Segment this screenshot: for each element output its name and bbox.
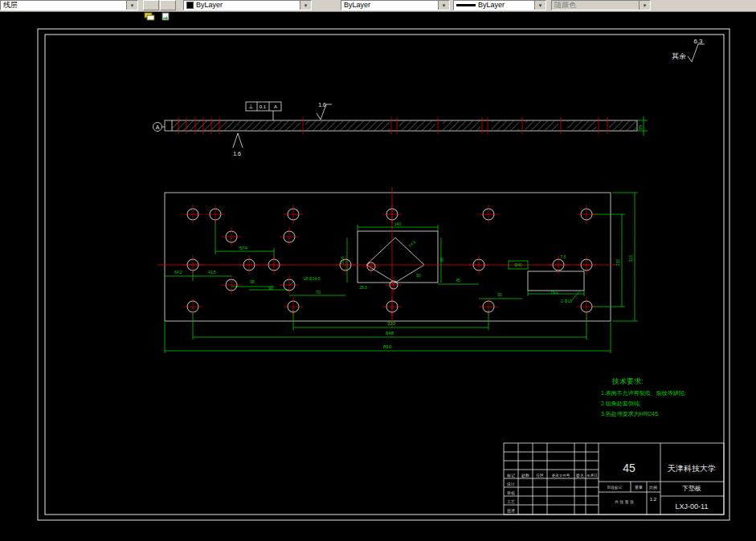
techreq-line-1: 1.表面不允许有裂痕、裂纹等缺陷; — [601, 390, 686, 397]
layers-icon — [144, 12, 155, 21]
dim-98: 98 — [250, 279, 255, 284]
dim-230: 230 — [615, 259, 620, 266]
object-properties-toolbar: 线层 ▼ ByLayer ▼ ByLayer ▼ ByLayer — [0, 0, 756, 12]
dim-860: 860 — [383, 344, 392, 349]
chevron-down-icon: ▼ — [639, 1, 650, 10]
cad-application-window: 线层 ▼ ByLayer ▼ ByLayer ▼ ByLayer — [0, 0, 756, 541]
layer-sheet-icon — [161, 12, 170, 21]
dim-boxed: Φ40 — [514, 262, 522, 267]
chevron-down-icon[interactable]: ▼ — [300, 1, 311, 10]
dim-15: 15 — [638, 124, 643, 130]
dim-310: 310 — [628, 255, 633, 262]
titleblock-label-shenhe: 审核 — [507, 490, 515, 495]
titleblock-label-fenqu: 分区 — [536, 473, 544, 478]
plotstyle-combo-value: 随颜色 — [552, 1, 639, 10]
linetype-combo-value: ByLayer — [341, 1, 438, 10]
titleblock-drawing-no: LXJ-00-11 — [676, 502, 709, 510]
titleblock-label-pizhun: 批准 — [507, 508, 515, 514]
dim-574: 574 — [239, 246, 248, 250]
titleblock-label-change-file: 更改文件号 — [552, 473, 570, 478]
chevron-down-icon[interactable]: ▼ — [534, 1, 546, 10]
dim-70: 70 — [316, 290, 321, 295]
dim-90: 90 — [497, 292, 502, 297]
surface-roughness-value: 6.3 — [693, 38, 703, 45]
dim-79-1: 79.1 — [550, 290, 558, 295]
titleblock-label-sheji: 设计 — [506, 482, 515, 486]
titleblock-label-qianming: 签名 — [576, 473, 584, 478]
titleblock-label-stage: 阶段标记 — [607, 485, 623, 490]
surface-note-label: 其余 — [672, 52, 686, 60]
gdt-tolerance: 0.1 — [259, 104, 267, 109]
layer-previous-button[interactable] — [160, 0, 176, 10]
dim-2xphi16: 2-Φ16 — [561, 299, 572, 303]
titleblock-school: 天津科技大学 — [668, 464, 716, 473]
layer-combo-value: 线层 — [1, 1, 126, 10]
roughness-bottom: 1.6 — [233, 151, 241, 157]
techreq-line-2: 2.锐角处要倒钝; — [601, 401, 641, 407]
dim-50: 50 — [416, 273, 421, 278]
gdt-symbol: ⊥ — [248, 104, 253, 109]
titleblock-label-gongyi: 工艺 — [507, 499, 515, 504]
chevron-down-icon[interactable]: ▼ — [438, 1, 449, 10]
titleblock-scale-value: 1:2 — [650, 497, 657, 502]
dim-51-6: 51.6 — [340, 256, 345, 264]
linetype-combo[interactable]: ByLayer ▼ — [341, 0, 450, 10]
titleblock-label-biaoji: 标记 — [506, 473, 515, 478]
dim-41-5: 41.5 — [208, 270, 216, 275]
make-object-layer-current-button[interactable] — [143, 0, 159, 10]
color-swatch-icon — [186, 2, 194, 9]
model-space-background — [0, 11, 756, 541]
color-combo[interactable]: ByLayer ▼ — [183, 0, 312, 10]
gdt-datum: A — [274, 104, 277, 109]
roughness-top: 1.6 — [318, 102, 326, 108]
dim-64-2: 64.2 — [174, 270, 182, 275]
dim-91: 91 — [268, 286, 273, 291]
dim-25-3: 25.3 — [359, 285, 367, 290]
dim-7-6: 7.6 — [561, 254, 566, 259]
lineweight-combo-value: ByLayer — [476, 1, 534, 10]
chevron-down-icon[interactable]: ▼ — [126, 1, 137, 10]
dim-320: 320 — [387, 321, 396, 326]
dim-36: 36 — [439, 258, 444, 262]
plotstyle-combo: 随颜色 ▼ — [551, 0, 651, 10]
titleblock-label-weight: 重量 — [635, 485, 643, 490]
color-combo-value: ByLayer — [194, 1, 300, 10]
lineweight-combo[interactable]: ByLayer ▼ — [453, 0, 546, 10]
titleblock-part-name: 下垫板 — [682, 485, 701, 492]
techreq-title: 技术要求: — [611, 377, 644, 385]
datum-label: A — [156, 124, 160, 130]
drawing-canvas[interactable]: 其余6.3A⊥0.1A1.61.657464.241.598917018-Φ14… — [0, 11, 756, 541]
dim-140: 140 — [394, 222, 402, 226]
dim-45: 45 — [456, 278, 460, 283]
titleblock-label-chushu: 处数 — [521, 473, 529, 478]
techreq-line-3: 3.热处理要求为HRC45. — [601, 411, 660, 417]
titleblock-material: 45 — [623, 462, 635, 474]
dim-648: 648 — [386, 331, 394, 336]
titleblock-label-scale: 比例 — [649, 485, 657, 490]
lineweight-sample-icon — [456, 4, 476, 6]
dim-holes-callout: 18-Φ14.5 — [304, 276, 321, 281]
titleblock-label-date: 年月日 — [586, 474, 598, 478]
titleblock-sheets: 共 张 第 张 — [615, 499, 634, 505]
layer-combo[interactable]: 线层 ▼ — [0, 0, 138, 10]
